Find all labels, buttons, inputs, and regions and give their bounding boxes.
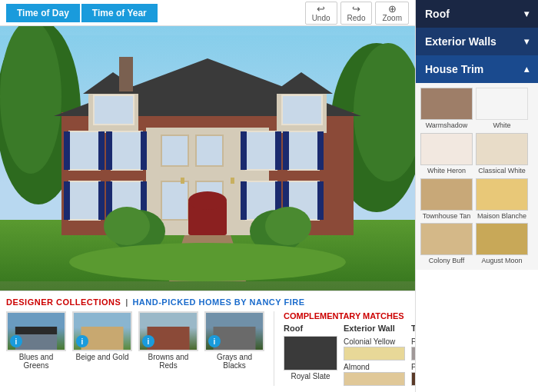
exterior-walls-section-header[interactable]: Exterior Walls ▾ (416, 28, 538, 55)
svg-rect-34 (283, 131, 289, 170)
collection-label-4: Grays and Blacks (204, 353, 264, 370)
svg-rect-31 (141, 131, 147, 170)
undo-button[interactable]: ↩ Undo (305, 2, 337, 25)
svg-rect-14 (69, 131, 100, 170)
collection-thumb-3: i (138, 311, 198, 351)
swatch-color-colony-buff (420, 223, 473, 255)
time-of-year-button[interactable]: Time of Year (81, 4, 158, 22)
comp-wall-label-1: Colonial Yellow (344, 337, 405, 346)
handpicked-label: HAND-PICKED HOMES BY NANCY FIRE (132, 297, 304, 307)
swatch-color-white (476, 88, 528, 120)
svg-rect-19 (196, 135, 223, 166)
svg-rect-18 (161, 135, 188, 166)
info-badge-2[interactable]: i (76, 335, 88, 347)
redo-button[interactable]: ↪ Redo (340, 2, 373, 25)
comp-wall-label-2: Almond (344, 363, 405, 371)
comp-wall-items: Colonial Yellow Almond (344, 336, 405, 386)
redo-icon: ↪ (352, 4, 360, 14)
house-trim-label: House Trim (425, 63, 483, 75)
comp-wall-column: Exterior Wall Colonial Yellow Almond (344, 324, 405, 386)
svg-rect-28 (64, 131, 70, 170)
comp-wall-swatch-1 (344, 347, 405, 360)
swatch-label-warmshadow: Warmshadow (426, 121, 468, 130)
house-image (0, 26, 415, 291)
comp-wall-swatch-2 (344, 372, 405, 386)
svg-rect-53 (231, 178, 234, 184)
roof-section-header[interactable]: Roof ▾ (416, 0, 538, 28)
svg-rect-35 (317, 131, 324, 170)
info-badge-1[interactable]: i (10, 335, 22, 347)
svg-rect-13 (119, 57, 133, 91)
svg-rect-24 (161, 181, 188, 220)
info-badge-4[interactable]: i (208, 335, 221, 347)
svg-rect-45 (282, 95, 322, 125)
collection-label-1: Blues and Greens (6, 353, 66, 370)
swatch-color-classical-white (476, 133, 528, 165)
svg-rect-33 (275, 131, 281, 170)
section-labels: DESIGNER COLLECTIONS | HAND-PICKED HOMES… (6, 297, 409, 307)
time-buttons: Time of Day Time of Year (6, 4, 158, 22)
collection-thumb-2: i (72, 311, 132, 351)
exterior-walls-chevron: ▾ (524, 36, 529, 47)
swatch-august-moon[interactable]: August Moon (476, 223, 528, 265)
collection-browns-reds[interactable]: i Browns and Reds (138, 311, 198, 381)
swatch-colony-buff[interactable]: Colony Buff (420, 223, 473, 265)
swatch-maison-blanche[interactable]: Maison Blanche (476, 178, 528, 221)
comp-roof-swatch[interactable] (284, 336, 337, 370)
svg-point-48 (104, 207, 150, 245)
bottom-section: DESIGNER COLLECTIONS | HAND-PICKED HOMES… (0, 291, 415, 392)
undo-icon: ↩ (317, 4, 325, 14)
right-panel: Roof ▾ Exterior Walls ▾ House Trim ▴ War… (415, 0, 538, 392)
svg-point-51 (69, 243, 346, 281)
comp-wall-item-2[interactable]: Almond (344, 363, 405, 386)
svg-rect-30 (106, 131, 112, 170)
comp-wall-title: Exterior Wall (344, 324, 405, 333)
info-badge-3[interactable]: i (142, 335, 154, 347)
roof-chevron: ▾ (524, 8, 529, 19)
swatch-label-maison-blanche: Maison Blanche (477, 212, 526, 221)
trim-color-swatches: Warmshadow White White Heron Classical W… (416, 83, 538, 270)
collection-blues-greens[interactable]: i Blues and Greens (6, 311, 66, 381)
collections-row: i Blues and Greens i Beige and Gold i (6, 311, 264, 381)
collection-label-3: Browns and Reds (138, 353, 198, 370)
collection-beige-gold[interactable]: i Beige and Gold (72, 311, 132, 381)
swatch-label-colony-buff: Colony Buff (429, 257, 464, 265)
svg-rect-32 (241, 131, 247, 170)
swatch-color-townhouse-tan (420, 178, 473, 211)
swatch-label-august-moon: August Moon (481, 257, 522, 265)
exterior-walls-label: Exterior Walls (425, 35, 496, 48)
zoom-icon: ⊕ (388, 4, 397, 14)
svg-rect-40 (241, 181, 247, 220)
roof-label: Roof (425, 8, 450, 20)
zoom-button[interactable]: ⊕ Zoom (375, 2, 409, 25)
label-divider: | (125, 297, 128, 307)
house-trim-chevron: ▴ (524, 64, 529, 75)
svg-point-2 (0, 26, 61, 174)
house-trim-section-header[interactable]: House Trim ▴ (416, 55, 538, 83)
svg-rect-44 (94, 95, 134, 125)
svg-rect-16 (246, 131, 277, 170)
swatch-white[interactable]: White (476, 88, 528, 130)
collection-thumb-1: i (6, 311, 66, 351)
swatch-label-white-heron: White Heron (427, 167, 466, 175)
swatch-label-white: White (493, 121, 510, 130)
svg-point-27 (188, 191, 227, 210)
swatch-color-maison-blanche (476, 178, 528, 211)
swatch-classical-white[interactable]: Classical White (476, 133, 528, 175)
comp-wall-item-1[interactable]: Colonial Yellow (344, 337, 405, 360)
svg-rect-15 (111, 131, 142, 170)
collection-grays-blacks[interactable]: i Grays and Blacks (204, 311, 264, 381)
svg-rect-29 (98, 131, 105, 170)
toolbar: Time of Day Time of Year ↩ Undo ↪ Redo ⊕… (0, 0, 415, 26)
svg-rect-36 (64, 181, 70, 220)
svg-rect-52 (181, 178, 184, 184)
swatch-color-august-moon (476, 223, 528, 255)
swatch-townhouse-tan[interactable]: Townhouse Tan (420, 178, 473, 221)
designer-collections-label: DESIGNER COLLECTIONS (6, 297, 121, 307)
time-of-day-button[interactable]: Time of Day (6, 4, 80, 22)
swatch-white-heron[interactable]: White Heron (420, 133, 473, 175)
svg-rect-43 (317, 181, 324, 220)
svg-rect-37 (98, 181, 105, 220)
swatch-warmshadow[interactable]: Warmshadow (420, 88, 473, 130)
svg-point-50 (265, 207, 311, 245)
